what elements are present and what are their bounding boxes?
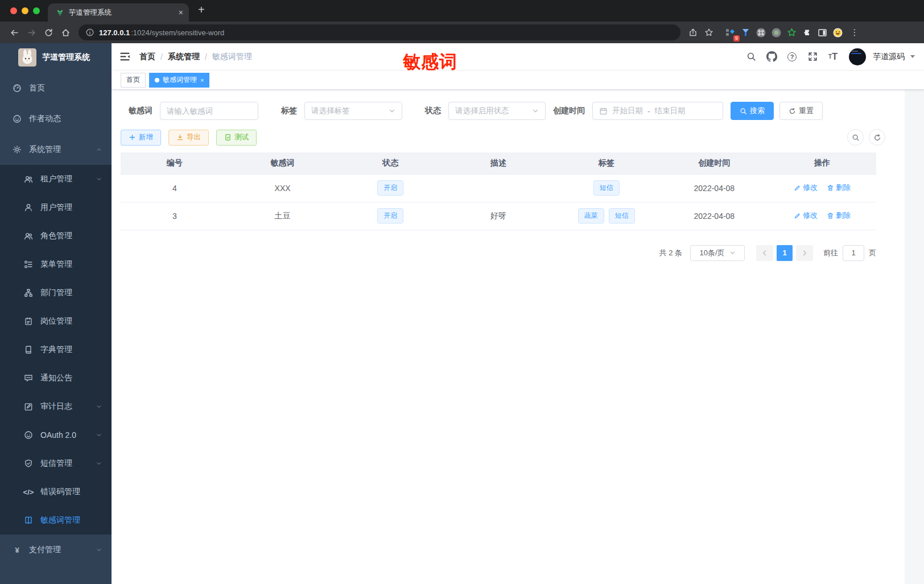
edit-link-label: 修改 — [803, 183, 818, 193]
sidebar-logo[interactable]: 芋道管理系统 — [0, 43, 112, 72]
tag-select-placeholder: 请选择标签 — [311, 106, 384, 116]
page-size-select[interactable]: 10条/页 — [690, 245, 745, 261]
breadcrumb-item-0[interactable]: 首页 — [139, 52, 155, 62]
sidebar-item-16[interactable]: ¥支付管理 — [0, 535, 112, 565]
extension-funnel-icon[interactable] — [738, 25, 753, 40]
delete-link[interactable]: 删除 — [827, 210, 851, 221]
search-button-label: 搜索 — [750, 106, 765, 116]
post-icon — [24, 317, 33, 326]
extension-sidepanel-icon[interactable] — [815, 25, 830, 40]
sidebar-item-2[interactable]: 系统管理 — [0, 134, 112, 165]
breadcrumb: 首页/系统管理/敏感词管理 — [139, 52, 252, 62]
tab-title: 芋道管理系统 — [69, 8, 174, 18]
tag-tab-1[interactable]: 敏感词管理× — [149, 73, 209, 88]
window-close-button[interactable] — [10, 7, 17, 14]
extension-diamond-icon[interactable]: 9 — [723, 25, 738, 40]
fullscreen-icon[interactable] — [805, 49, 820, 65]
sidebar-item-1[interactable]: 作者动态 — [0, 103, 112, 134]
dashboard-icon — [13, 84, 22, 93]
next-page-button[interactable] — [796, 245, 813, 261]
pagination: 共 2 条 10条/页 1 前往 页 — [121, 245, 876, 261]
sidebar-item-0[interactable]: 首页 — [0, 73, 112, 103]
tab-close-icon[interactable]: × — [200, 77, 204, 84]
tab-close-icon[interactable]: × — [179, 8, 183, 17]
sidebar-item-label: 审计日志 — [40, 401, 72, 412]
profile-avatar-icon[interactable] — [830, 25, 845, 40]
window-zoom-button[interactable] — [33, 7, 40, 14]
share-icon[interactable] — [685, 24, 701, 40]
sidebar-item-label: OAuth 2.0 — [40, 430, 76, 440]
sidebar-item-label: 角色管理 — [40, 231, 72, 241]
sidebar-item-3[interactable]: 租户管理 — [0, 165, 112, 193]
tag-chip: 蔬菜 — [578, 208, 604, 223]
sidebar-item-label: 错误码管理 — [40, 487, 80, 497]
export-button[interactable]: 导出 — [168, 130, 209, 146]
sidebar-item-5[interactable]: 角色管理 — [0, 222, 112, 250]
reload-icon[interactable] — [40, 24, 57, 41]
window-minimize-button[interactable] — [22, 7, 28, 14]
sidebar-item-label: 用户管理 — [40, 202, 72, 213]
edit-link[interactable]: 修改 — [794, 210, 818, 221]
collapse-menu-icon[interactable] — [119, 51, 130, 62]
table-search-icon[interactable] — [847, 129, 864, 146]
filter-status-select[interactable]: 请选择启用状态 — [448, 102, 546, 120]
reset-button[interactable]: 重置 — [779, 102, 823, 120]
word-input[interactable] — [167, 107, 251, 115]
search-icon[interactable] — [743, 49, 759, 65]
sidebar-item-13[interactable]: 短信管理 — [0, 449, 112, 478]
role-icon — [24, 231, 33, 241]
github-icon[interactable] — [764, 49, 779, 65]
user-caret-down-icon[interactable] — [910, 55, 915, 60]
table-body: 4XXX开启短信2022-04-08修改删除3土豆开启好呀蔬菜短信2022-04… — [121, 174, 876, 230]
user-name[interactable]: 芋道源码 — [873, 52, 905, 62]
sidebar-item-9[interactable]: 字典管理 — [0, 336, 112, 364]
table-refresh-icon[interactable] — [869, 129, 885, 146]
filter-daterange-input[interactable]: 开始日期 - 结束日期 — [592, 102, 723, 120]
sensitive-word-icon — [24, 516, 33, 525]
back-icon[interactable] — [6, 24, 23, 41]
cell-description: 好呀 — [490, 211, 506, 220]
delete-link[interactable]: 删除 — [827, 183, 851, 193]
breadcrumb-item-1[interactable]: 系统管理 — [168, 52, 200, 62]
filter-tag-select[interactable]: 请选择标签 — [304, 102, 402, 120]
extension-puzzle-icon[interactable] — [799, 25, 815, 40]
sidebar-item-12[interactable]: OAuth 2.0 — [0, 421, 112, 449]
sidebar-item-4[interactable]: 用户管理 — [0, 193, 112, 222]
extension-record-icon[interactable] — [769, 25, 784, 40]
site-favicon-icon — [56, 9, 64, 17]
goto-page-input[interactable] — [843, 245, 864, 261]
search-button[interactable]: 搜索 — [731, 102, 774, 120]
new-tab-button[interactable]: + — [198, 3, 205, 16]
test-button[interactable]: 测试 — [216, 130, 257, 146]
tag-tab-0[interactable]: 首页 — [121, 73, 146, 88]
site-info-icon[interactable] — [85, 28, 94, 37]
font-size-icon[interactable]: TT — [825, 49, 841, 65]
sidebar-item-10[interactable]: 通知公告 — [0, 364, 112, 392]
user-avatar[interactable] — [849, 48, 866, 65]
sidebar-item-6[interactable]: 菜单管理 — [0, 250, 112, 279]
extension-command-icon[interactable] — [753, 25, 769, 40]
sidebar-item-8[interactable]: 岗位管理 — [0, 307, 112, 336]
sidebar-item-11[interactable]: 审计日志 — [0, 392, 112, 421]
cell-id: 4 — [172, 184, 177, 193]
app-title: 芋道管理系统 — [42, 52, 90, 63]
page-number-1[interactable]: 1 — [777, 245, 793, 261]
help-icon[interactable]: ? — [784, 49, 800, 65]
extension-star-icon[interactable] — [784, 25, 799, 40]
filter-word-input[interactable] — [160, 102, 258, 120]
sidebar-item-label: 部门管理 — [40, 288, 72, 298]
add-button[interactable]: 新增 — [121, 130, 161, 146]
sidebar-item-7[interactable]: 部门管理 — [0, 279, 112, 307]
prev-page-button[interactable] — [756, 245, 773, 261]
bookmark-star-icon[interactable] — [701, 24, 717, 40]
browser-tab[interactable]: 芋道管理系统 × — [48, 3, 189, 22]
edit-link[interactable]: 修改 — [794, 183, 818, 193]
page-size-value: 10条/页 — [699, 248, 724, 258]
url-bar[interactable]: 127.0.0.1:1024/system/sensitive-word — [79, 24, 680, 40]
forward-icon[interactable] — [23, 24, 40, 41]
sidebar-item-14[interactable]: </>错误码管理 — [0, 478, 112, 506]
sidebar-item-15[interactable]: 敏感词管理 — [0, 506, 112, 535]
home-icon[interactable] — [57, 24, 74, 41]
browser-menu-icon[interactable]: ⋮ — [849, 27, 860, 38]
notice-icon — [24, 374, 33, 383]
